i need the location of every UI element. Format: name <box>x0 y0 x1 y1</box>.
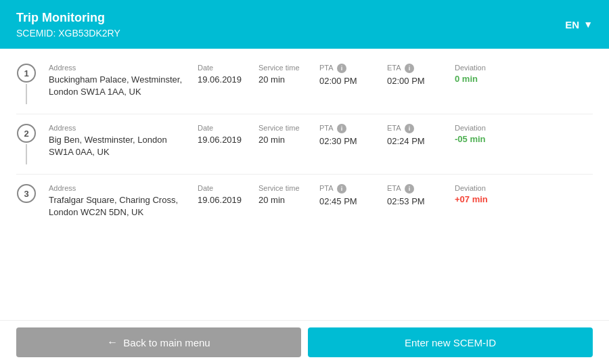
stop-connector-line <box>26 144 27 164</box>
chevron-down-icon: ▼ <box>583 19 593 30</box>
date-col: Date 19.06.2019 <box>198 124 258 146</box>
eta-col: ETA i 02:00 PM <box>387 64 455 87</box>
date-col: Date 19.06.2019 <box>198 184 258 206</box>
stop-number: 2 <box>17 124 36 143</box>
service-time-label: Service time <box>258 184 313 192</box>
date-label: Date <box>198 64 252 72</box>
footer: ← Back to main menu Enter new SCEM-ID <box>0 320 609 364</box>
pta-value: 02:45 PM <box>319 196 380 208</box>
eta-value: 02:24 PM <box>387 135 448 147</box>
service-time-label: Service time <box>258 64 313 72</box>
pta-info-icon[interactable]: i <box>337 124 346 133</box>
eta-label: ETA i <box>387 184 448 194</box>
header-left: Trip Monitoring SCEMID: XGB53DK2RY <box>16 11 120 39</box>
back-button-label: Back to main menu <box>123 337 210 348</box>
stop-details: Address Trafalgar Square, Charing Cross,… <box>49 184 593 219</box>
eta-label: ETA i <box>387 124 448 133</box>
pta-info-icon[interactable]: i <box>337 64 346 73</box>
back-to-main-menu-button[interactable]: ← Back to main menu <box>16 327 301 357</box>
deviation-value: +07 min <box>455 194 516 204</box>
enter-new-scemid-button[interactable]: Enter new SCEM-ID <box>308 327 593 357</box>
service-time-col: Service time 20 min <box>258 184 319 206</box>
date-label: Date <box>198 124 252 132</box>
stop-number: 3 <box>17 184 36 203</box>
stop-number-col: 3 <box>16 184 37 203</box>
address-label: Address <box>49 64 191 72</box>
deviation-col: Deviation 0 min <box>455 64 516 84</box>
eta-info-icon[interactable]: i <box>405 184 414 194</box>
service-time-value: 20 min <box>258 134 313 146</box>
deviation-label: Deviation <box>455 64 516 72</box>
pta-col: PTA i 02:30 PM <box>319 124 387 147</box>
deviation-value: -05 min <box>455 134 516 144</box>
deviation-value: 0 min <box>455 74 516 84</box>
deviation-label: Deviation <box>455 124 516 132</box>
stops-list: 1 Address Buckingham Palace, Westminster… <box>0 49 609 320</box>
service-time-label: Service time <box>258 124 313 132</box>
stop-row: 2 Address Big Ben, Westminster, London S… <box>16 114 593 175</box>
address-value: Big Ben, Westminster, London SW1A 0AA, U… <box>49 134 191 158</box>
pta-value: 02:00 PM <box>319 75 380 87</box>
service-time-value: 20 min <box>258 74 313 86</box>
enter-button-label: Enter new SCEM-ID <box>405 337 496 348</box>
deviation-col: Deviation +07 min <box>455 184 516 204</box>
header: Trip Monitoring SCEMID: XGB53DK2RY EN ▼ <box>0 0 609 49</box>
stop-row: 3 Address Trafalgar Square, Charing Cros… <box>16 175 593 228</box>
address-col: Address Big Ben, Westminster, London SW1… <box>49 124 198 158</box>
pta-label: PTA i <box>319 184 380 194</box>
eta-col: ETA i 02:24 PM <box>387 124 455 147</box>
stop-number: 1 <box>17 64 36 83</box>
language-selector[interactable]: EN <box>565 19 579 30</box>
eta-col: ETA i 02:53 PM <box>387 184 455 208</box>
eta-value: 02:00 PM <box>387 75 448 87</box>
service-time-col: Service time 20 min <box>258 124 319 146</box>
pta-col: PTA i 02:00 PM <box>319 64 387 87</box>
stop-connector-line <box>26 84 27 104</box>
address-col: Address Trafalgar Square, Charing Cross,… <box>49 184 198 219</box>
eta-value: 02:53 PM <box>387 196 448 208</box>
address-value: Buckingham Palace, Westminster, London S… <box>49 74 191 98</box>
arrow-left-icon: ← <box>107 336 118 348</box>
service-time-col: Service time 20 min <box>258 64 319 86</box>
eta-label: ETA i <box>387 64 448 73</box>
stop-number-col: 2 <box>16 124 37 164</box>
scemid-label: SCEMID: XGB53DK2RY <box>16 28 120 39</box>
date-col: Date 19.06.2019 <box>198 64 258 86</box>
date-label: Date <box>198 184 252 192</box>
date-value: 19.06.2019 <box>198 194 252 206</box>
header-right: EN ▼ <box>565 19 593 30</box>
stop-details: Address Buckingham Palace, Westminster, … <box>49 64 593 98</box>
address-label: Address <box>49 124 191 132</box>
stop-number-col: 1 <box>16 64 37 104</box>
app-container: Trip Monitoring SCEMID: XGB53DK2RY EN ▼ … <box>0 0 609 364</box>
stop-details: Address Big Ben, Westminster, London SW1… <box>49 124 593 158</box>
pta-col: PTA i 02:45 PM <box>319 184 387 208</box>
pta-value: 02:30 PM <box>319 135 380 147</box>
deviation-label: Deviation <box>455 184 516 192</box>
app-title: Trip Monitoring <box>16 11 120 25</box>
eta-info-icon[interactable]: i <box>405 124 414 133</box>
address-value: Trafalgar Square, Charing Cross, London … <box>49 194 191 219</box>
date-value: 19.06.2019 <box>198 74 252 86</box>
pta-info-icon[interactable]: i <box>337 184 346 194</box>
stop-row: 1 Address Buckingham Palace, Westminster… <box>16 54 593 114</box>
pta-label: PTA i <box>319 124 380 133</box>
address-label: Address <box>49 184 191 192</box>
pta-label: PTA i <box>319 64 380 73</box>
date-value: 19.06.2019 <box>198 134 252 146</box>
deviation-col: Deviation -05 min <box>455 124 516 144</box>
service-time-value: 20 min <box>258 194 313 206</box>
address-col: Address Buckingham Palace, Westminster, … <box>49 64 198 98</box>
eta-info-icon[interactable]: i <box>405 64 414 73</box>
